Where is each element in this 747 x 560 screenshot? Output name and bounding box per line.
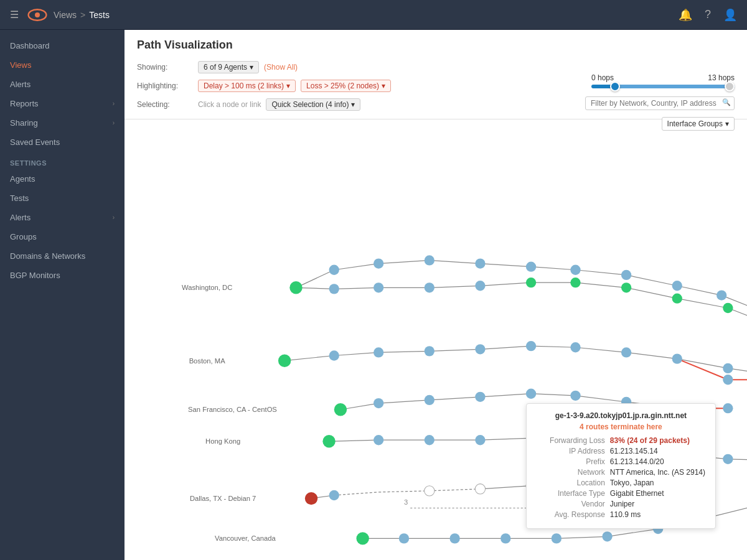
- tooltip-key-1: IP Address: [537, 447, 605, 455]
- svg-point-123: [334, 403, 347, 416]
- svg-point-152: [500, 533, 510, 543]
- sidebar-item-reports[interactable]: Reports ›: [0, 94, 125, 113]
- svg-line-15: [334, 287, 378, 289]
- svg-point-108: [723, 363, 733, 373]
- svg-point-154: [602, 531, 612, 541]
- svg-text:Dallas, TX - Debian 7: Dallas, TX - Debian 7: [190, 495, 256, 502]
- svg-line-33: [677, 359, 728, 368]
- highlighting-label: Highlighting:: [137, 82, 193, 90]
- svg-point-105: [570, 342, 580, 352]
- click-node-text: Click a node or link: [198, 100, 261, 109]
- hops-thumb-left[interactable]: [610, 82, 620, 91]
- sidebar: Dashboard Views Alerts Reports › Sharing…: [0, 30, 125, 560]
- tooltip-val-2: 61.213.144.0/20: [610, 457, 705, 466]
- hops-slider[interactable]: [591, 85, 735, 88]
- chevron-right-icon: ›: [113, 214, 115, 221]
- tooltip-val-3: NTT America, Inc. (AS 2914): [610, 468, 705, 477]
- hops-thumb-right[interactable]: [725, 82, 735, 91]
- delay-badge[interactable]: Delay > 100 ms (2 links) ▾: [198, 80, 296, 92]
- svg-point-150: [399, 533, 409, 543]
- svg-line-4: [378, 260, 430, 263]
- chevron-down-icon: ▾: [382, 82, 385, 90]
- sidebar-item-agents[interactable]: Agents: [0, 169, 125, 189]
- sidebar-item-views[interactable]: Views: [0, 55, 125, 75]
- loss-badge[interactable]: Loss > 25% (2 nodes) ▾: [301, 80, 391, 92]
- hamburger-menu[interactable]: ☰: [10, 9, 19, 21]
- tooltip-row-5: Interface Type Gigabit Ethernet: [537, 489, 705, 498]
- tooltip-key-3: Network: [537, 468, 605, 477]
- svg-point-125: [374, 435, 383, 445]
- breadcrumb: Views > Tests: [54, 10, 110, 20]
- svg-text:San Francisco, CA - CentOS: San Francisco, CA - CentOS: [188, 406, 277, 413]
- content-area: Path Visualization 0 hops 13 hops Highli…: [125, 30, 747, 560]
- svg-line-32: [626, 352, 677, 358]
- svg-line-8: [575, 270, 626, 275]
- sidebar-item-saved-events[interactable]: Saved Events: [0, 133, 125, 152]
- chevron-right-icon: ›: [113, 119, 115, 126]
- sidebar-item-alerts-settings[interactable]: Alerts ›: [0, 208, 125, 227]
- svg-point-100: [329, 350, 339, 360]
- hops-labels: 0 hops 13 hops: [591, 73, 735, 82]
- svg-point-80: [475, 258, 485, 268]
- svg-point-95: [672, 294, 682, 304]
- tooltip-row-0: Forwarding Loss 83% (24 of 29 packets): [537, 436, 705, 445]
- sidebar-item-tests[interactable]: Tests: [0, 189, 125, 208]
- nav-sep: >: [80, 10, 85, 20]
- svg-point-122: [723, 403, 733, 413]
- svg-point-96: [723, 303, 733, 313]
- svg-point-104: [526, 341, 536, 351]
- sidebar-item-domains-networks[interactable]: Domains & Networks: [0, 246, 125, 266]
- svg-point-153: [552, 533, 561, 543]
- sidebar-item-dashboard[interactable]: Dashboard: [0, 36, 125, 55]
- tooltip-key-6: Vendor: [537, 500, 605, 508]
- path-visualization-panel: Path Visualization 0 hops 13 hops Highli…: [125, 30, 747, 560]
- chevron-right-icon: ›: [113, 100, 115, 107]
- svg-point-83: [621, 270, 631, 280]
- sidebar-item-alerts[interactable]: Alerts: [0, 75, 125, 94]
- nav-right: 🔔 ? 👤: [679, 8, 737, 22]
- svg-point-134: [322, 435, 335, 447]
- svg-point-78: [374, 258, 383, 268]
- show-all-link[interactable]: (Show All): [264, 63, 298, 72]
- svg-line-20: [575, 282, 626, 287]
- sidebar-item-bgp-monitors[interactable]: BGP Monitors: [0, 266, 125, 285]
- svg-line-70: [608, 529, 659, 536]
- sidebar-item-sharing[interactable]: Sharing ›: [0, 113, 125, 133]
- svg-line-6: [480, 264, 531, 267]
- svg-point-151: [449, 533, 459, 543]
- svg-point-1: [35, 12, 40, 17]
- svg-point-116: [425, 395, 435, 405]
- svg-point-79: [425, 255, 435, 265]
- svg-text:Hong Kong: Hong Kong: [205, 437, 240, 445]
- showing-controls: 6 of 9 Agents ▾ (Show All): [198, 61, 735, 73]
- nav-views[interactable]: Views: [54, 10, 77, 20]
- svg-line-39: [378, 400, 430, 403]
- pv-title: Path Visualization: [137, 39, 735, 52]
- svg-point-111: [723, 375, 733, 385]
- pv-header: Path Visualization 0 hops 13 hops Highli…: [125, 30, 747, 119]
- svg-text:Washington, DC: Washington, DC: [182, 284, 232, 291]
- chevron-down-icon: ▾: [351, 100, 355, 109]
- svg-line-56: [334, 492, 378, 495]
- svg-line-26: [334, 352, 378, 355]
- filter-wrap: [585, 96, 735, 110]
- svg-point-136: [329, 490, 339, 500]
- svg-point-102: [425, 346, 435, 356]
- user-icon[interactable]: 👤: [723, 8, 737, 22]
- svg-line-5: [430, 260, 481, 263]
- svg-line-25: [284, 356, 334, 361]
- agents-badge[interactable]: 6 of 9 Agents ▾: [198, 61, 259, 73]
- sidebar-item-groups[interactable]: Groups: [0, 227, 125, 246]
- svg-line-57: [378, 491, 430, 492]
- notification-icon[interactable]: 🔔: [679, 8, 692, 22]
- quick-selection-badge[interactable]: Quick Selection (4 info) ▾: [266, 98, 360, 111]
- svg-point-88: [329, 284, 339, 294]
- tooltip-row-1: IP Address 61.213.145.14: [537, 447, 705, 455]
- svg-line-10: [677, 286, 721, 295]
- help-icon[interactable]: ?: [705, 8, 711, 21]
- svg-line-35: [677, 359, 728, 380]
- filter-input[interactable]: [585, 96, 735, 110]
- tooltip-key-4: Location: [537, 478, 605, 487]
- svg-point-81: [526, 261, 536, 271]
- hops-min-label: 0 hops: [591, 73, 614, 82]
